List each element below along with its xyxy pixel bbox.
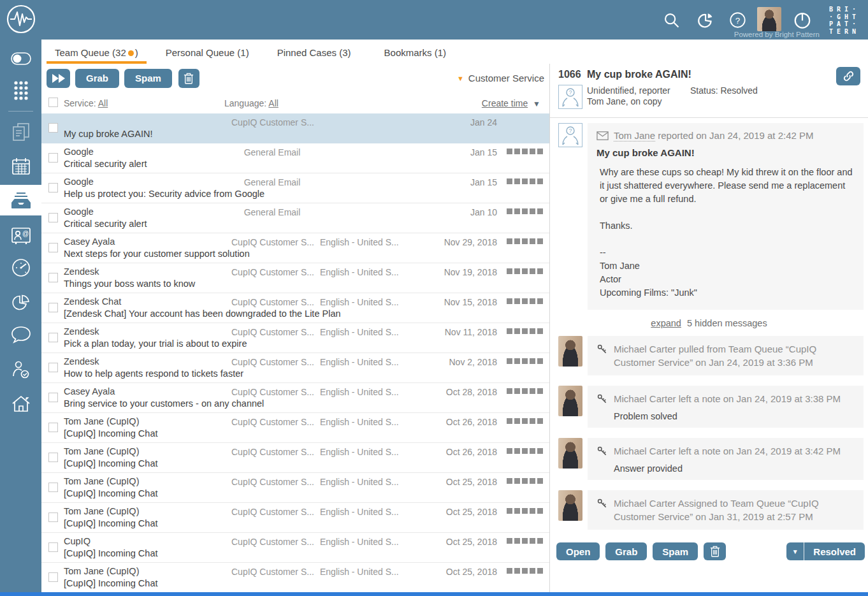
tab-team-queue[interactable]: Team Queue (32) xyxy=(47,47,147,64)
grab-button-case[interactable]: Grab xyxy=(605,542,647,560)
reports-icon[interactable] xyxy=(0,289,41,317)
row-checkbox[interactable] xyxy=(48,363,58,372)
forward-button[interactable] xyxy=(47,69,70,88)
service-queue-dropdown[interactable]: ▼ Customer Service xyxy=(457,73,544,84)
delete-button-case[interactable] xyxy=(704,542,726,560)
row-service: CupIQ Customer S... xyxy=(231,237,313,247)
row-sender: Tom Jane (CupIQ) xyxy=(64,506,139,516)
table-row[interactable]: Google Critical security alert General E… xyxy=(41,143,549,173)
row-sender: Tom Jane (CupIQ) xyxy=(64,476,139,486)
unidentified-avatar: ? xyxy=(558,123,582,147)
table-row[interactable]: Zendesk Pick a plan today, your trial is… xyxy=(41,323,549,353)
row-checkbox[interactable] xyxy=(48,303,58,312)
spam-button-case[interactable]: Spam xyxy=(653,542,698,560)
row-checkbox[interactable] xyxy=(48,483,58,492)
service-filter-all-link[interactable]: All xyxy=(98,98,108,108)
fast-forward-icon xyxy=(52,73,66,84)
calendar-icon[interactable] xyxy=(0,152,41,180)
event-bubble: Michael Carter left a note on Jan 24, 20… xyxy=(588,386,864,428)
expand-link[interactable]: expand xyxy=(651,318,681,328)
row-date: Oct 26, 2018 xyxy=(413,417,497,427)
message-body: Why are these cups so cheap! My kid thre… xyxy=(597,166,855,300)
row-date: Nov 15, 2018 xyxy=(413,297,497,307)
row-service: CupIQ Customer S... xyxy=(231,297,313,307)
priority-indicator xyxy=(507,388,543,394)
table-row[interactable]: My cup broke AGAIN! CupIQ Customer S... … xyxy=(41,113,549,143)
row-checkbox[interactable] xyxy=(48,333,58,342)
event-text: Michael Carter left a note on Jan 24, 20… xyxy=(614,444,841,458)
table-row[interactable]: Casey Ayala Next steps for your customer… xyxy=(41,233,549,263)
status-dropdown[interactable]: ▼ Resolved xyxy=(786,542,865,560)
row-checkbox[interactable] xyxy=(48,393,58,402)
language-filter-all-link[interactable]: All xyxy=(268,98,278,108)
tab-bookmarks[interactable]: Bookmarks (1) xyxy=(376,47,455,64)
reports-pie-icon[interactable] xyxy=(696,11,714,29)
row-service: CupIQ Customer S... xyxy=(231,417,313,427)
row-service: General Email xyxy=(231,177,313,187)
table-row[interactable]: CupIQ [CupIQ] Incoming Chat CupIQ Custom… xyxy=(41,533,549,563)
copy-link-button[interactable] xyxy=(836,67,860,85)
row-sender: Zendesk Chat xyxy=(64,296,121,307)
delete-button[interactable] xyxy=(178,69,199,88)
chat-icon[interactable] xyxy=(0,321,41,349)
row-service: CupIQ Customer S... xyxy=(231,357,313,367)
search-icon[interactable] xyxy=(663,11,681,29)
home-icon[interactable] xyxy=(0,389,41,418)
power-icon[interactable] xyxy=(793,10,812,29)
row-subject: [CupIQ] Incoming Chat xyxy=(64,548,158,558)
row-checkbox[interactable] xyxy=(48,453,58,462)
dashboard-gauge-icon[interactable] xyxy=(0,254,41,282)
row-sender: Zendesk xyxy=(64,356,99,367)
row-checkbox[interactable] xyxy=(48,243,58,252)
table-row[interactable]: Tom Jane (CupIQ) [CupIQ] Incoming Chat C… xyxy=(41,473,549,503)
scripts-icon[interactable] xyxy=(0,119,41,147)
table-row[interactable]: Google Critical security alert General E… xyxy=(41,203,549,233)
table-row[interactable]: Tom Jane (CupIQ) [CupIQ] Incoming Chat C… xyxy=(41,413,549,443)
svg-text:?: ? xyxy=(568,89,572,96)
row-checkbox[interactable] xyxy=(48,213,58,222)
spam-button[interactable]: Spam xyxy=(124,69,172,88)
row-checkbox[interactable] xyxy=(48,153,58,163)
history-event: Michael Carter Assigned to Team Queue “C… xyxy=(558,490,864,530)
row-checkbox[interactable] xyxy=(48,123,58,133)
row-checkbox[interactable] xyxy=(48,542,58,552)
open-button[interactable]: Open xyxy=(556,542,600,560)
grab-button[interactable]: Grab xyxy=(75,69,119,88)
table-row[interactable]: Tom Jane (CupIQ) [CupIQ] Incoming Chat C… xyxy=(41,503,549,533)
row-sender: Casey Ayala xyxy=(64,386,115,396)
priority-indicator xyxy=(507,448,543,454)
row-subject: [CupIQ] Incoming Chat xyxy=(64,488,158,498)
select-all-checkbox[interactable] xyxy=(48,98,58,107)
svg-text:?: ? xyxy=(735,16,741,25)
sort-by-create-time[interactable]: Create time ▼ xyxy=(482,98,540,108)
row-checkbox[interactable] xyxy=(48,572,58,582)
row-language: English - United S... xyxy=(320,537,403,547)
agent-avatar xyxy=(558,336,582,367)
case-list: My cup broke AGAIN! CupIQ Customer S... … xyxy=(41,113,549,592)
cases-inbox-icon-active[interactable] xyxy=(0,185,41,215)
table-row[interactable]: Casey Ayala Bring service to your custom… xyxy=(41,383,549,413)
priority-indicator xyxy=(507,538,543,544)
table-row[interactable]: Zendesk How to help agents respond to ti… xyxy=(41,353,549,383)
tab-pinned-cases[interactable]: Pinned Cases (3) xyxy=(269,47,359,64)
dialpad-icon[interactable] xyxy=(0,76,41,105)
user-avatar[interactable] xyxy=(757,7,781,31)
table-row[interactable]: Tom Jane (CupIQ) [CupIQ] Incoming Chat C… xyxy=(41,443,549,473)
table-row[interactable]: Tom Jane (CupIQ) [CupIQ] Incoming Chat C… xyxy=(41,563,549,592)
row-checkbox[interactable] xyxy=(48,273,58,282)
table-row[interactable]: Zendesk Chat [Zendesk Chat] Your account… xyxy=(41,293,549,323)
row-service: CupIQ Customer S... xyxy=(231,567,313,577)
message-sender-link[interactable]: Tom Jane xyxy=(614,130,655,142)
agent-status-icon[interactable] xyxy=(0,356,41,384)
row-checkbox[interactable] xyxy=(48,183,58,193)
message-subject: My cup broke AGAIN! xyxy=(597,147,855,158)
row-checkbox[interactable] xyxy=(48,512,58,522)
sidebar-divider xyxy=(8,111,33,112)
table-row[interactable]: Zendesk Things your boss wants to know C… xyxy=(41,263,549,293)
table-row[interactable]: Google Help us protect you: Security adv… xyxy=(41,173,549,203)
help-icon[interactable]: ? xyxy=(729,11,746,29)
row-checkbox[interactable] xyxy=(48,423,58,432)
availability-toggle-icon[interactable] xyxy=(0,45,41,73)
contacts-icon[interactable]: @ xyxy=(0,222,41,250)
tab-personal-queue[interactable]: Personal Queue (1) xyxy=(157,47,257,64)
